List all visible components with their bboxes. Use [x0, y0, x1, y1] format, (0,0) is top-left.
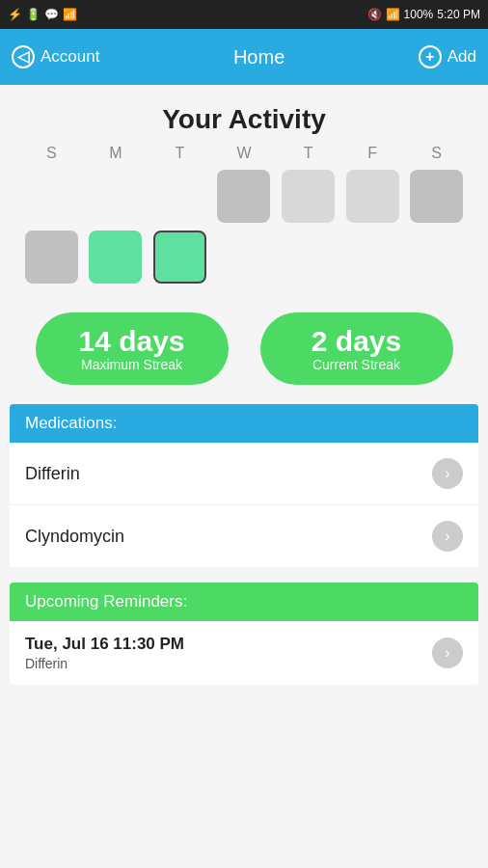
- maximum-streak-label: Maximum Streak: [81, 357, 182, 372]
- status-icons: ⚡ 🔋 💬 📶: [8, 8, 77, 21]
- cal-cell-r2-w: [217, 231, 270, 284]
- mute-icon: 🔇: [367, 8, 382, 21]
- activity-title: Your Activity: [0, 85, 488, 145]
- day-label-s1: S: [25, 145, 78, 162]
- day-label-t1: T: [153, 145, 206, 162]
- battery-percent: 100%: [404, 8, 434, 21]
- streaks-container: 14 days Maximum Streak 2 days Current St…: [0, 293, 488, 404]
- day-label-m: M: [89, 145, 142, 162]
- medication-item-differin[interactable]: Differin ›: [10, 443, 478, 505]
- calendar-grid: [19, 170, 469, 284]
- add-label: Add: [447, 47, 476, 67]
- reminder-datetime: Tue, Jul 16 11:30 PM: [25, 635, 184, 654]
- account-nav-button[interactable]: ◁ Account: [12, 45, 99, 68]
- messenger-icon: 💬: [44, 8, 59, 21]
- signal-icon: 📶: [63, 8, 77, 21]
- reminder-item-1[interactable]: Tue, Jul 16 11:30 PM Differin ›: [10, 621, 478, 685]
- add-circle-icon: +: [419, 45, 442, 68]
- day-label-f: F: [346, 145, 399, 162]
- maximum-streak-days: 14 days: [78, 325, 184, 357]
- status-right: 🔇 📶 100% 5:20 PM: [367, 8, 480, 21]
- cal-cell-r1-s2: [410, 170, 463, 223]
- cal-cell-r1-t2: [282, 170, 335, 223]
- cal-cell-r2-t: [153, 231, 206, 284]
- chevron-icon-reminder: ›: [432, 637, 463, 668]
- nav-bar: ◁ Account Home + Add: [0, 29, 488, 85]
- cal-cell-r2-f: [346, 231, 399, 284]
- current-streak-pill: 2 days Current Streak: [260, 312, 453, 385]
- cal-cell-r2-m: [89, 231, 142, 284]
- home-title: Home: [233, 46, 285, 68]
- cal-cell-r1-m: [89, 170, 142, 223]
- calendar-row-2: [19, 231, 469, 284]
- calendar-row-1: [19, 170, 469, 223]
- cal-cell-r1-w: [217, 170, 270, 223]
- maximum-streak-pill: 14 days Maximum Streak: [36, 312, 229, 385]
- reminders-header: Upcoming Reminders:: [10, 583, 478, 621]
- day-label-w: W: [217, 145, 270, 162]
- battery-status-icon: 🔋: [26, 8, 41, 21]
- cal-cell-r2-s: [25, 231, 78, 284]
- cal-cell-r2-t2: [282, 231, 335, 284]
- account-circle-icon: ◁: [12, 45, 35, 68]
- medications-section: Medications: Differin › Clyndomycin ›: [0, 404, 488, 567]
- medication-name-clyndomycin: Clyndomycin: [25, 527, 124, 547]
- day-label-t2: T: [282, 145, 335, 162]
- chevron-icon-clyndomycin: ›: [432, 521, 463, 552]
- wifi-icon: 📶: [386, 8, 400, 21]
- time-display: 5:20 PM: [437, 8, 480, 21]
- status-bar: ⚡ 🔋 💬 📶 🔇 📶 100% 5:20 PM: [0, 0, 488, 29]
- chevron-icon-differin: ›: [432, 458, 463, 489]
- reminder-info-1: Tue, Jul 16 11:30 PM Differin: [25, 635, 184, 671]
- medication-name-differin: Differin: [25, 464, 80, 484]
- activity-calendar: S M T W T F S: [0, 145, 488, 293]
- current-streak-label: Current Streak: [312, 357, 400, 372]
- cal-cell-r1-s: [25, 170, 78, 223]
- medications-list: Differin › Clyndomycin ›: [10, 443, 478, 567]
- cal-cell-r2-s2: [410, 231, 463, 284]
- account-label: Account: [41, 47, 99, 67]
- usb-icon: ⚡: [8, 8, 22, 21]
- add-nav-button[interactable]: + Add: [419, 45, 476, 68]
- cal-cell-r1-t: [153, 170, 206, 223]
- medication-item-clyndomycin[interactable]: Clyndomycin ›: [10, 505, 478, 567]
- main-content: Your Activity S M T W T F S: [0, 85, 488, 868]
- reminders-section: Upcoming Reminders: Tue, Jul 16 11:30 PM…: [0, 583, 488, 685]
- day-label-s2: S: [410, 145, 463, 162]
- cal-cell-r1-f: [346, 170, 399, 223]
- reminder-medication: Differin: [25, 656, 184, 671]
- reminders-list: Tue, Jul 16 11:30 PM Differin ›: [10, 621, 478, 685]
- current-streak-days: 2 days: [312, 325, 401, 357]
- day-labels-row: S M T W T F S: [19, 145, 469, 162]
- medications-header: Medications:: [10, 404, 478, 443]
